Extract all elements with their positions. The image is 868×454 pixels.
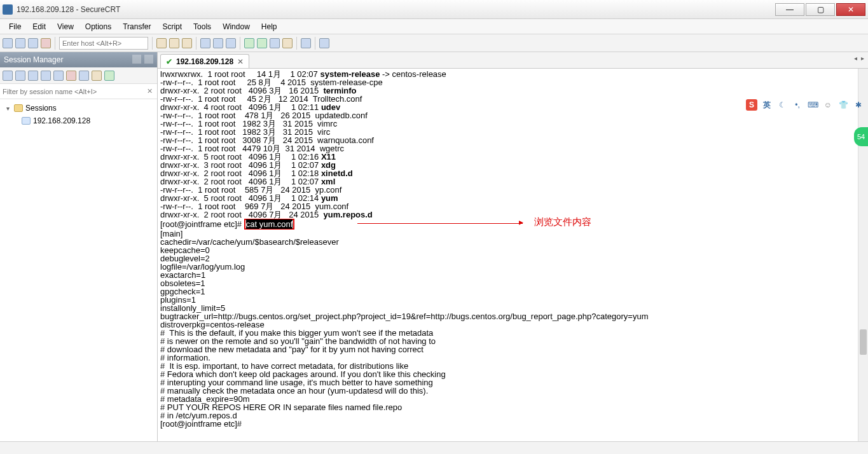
menu-edit[interactable]: Edit (27, 21, 51, 32)
minimize-button[interactable]: — (775, 3, 804, 16)
tree-session-item[interactable]: 192.168.209.128 (4, 114, 153, 127)
statusbar (0, 441, 868, 454)
toolbar-separator (315, 37, 315, 50)
props-session-icon[interactable] (79, 71, 89, 81)
ime-moon-icon[interactable]: ☾ (776, 99, 788, 111)
toolbar-separator (196, 37, 196, 50)
reconnect-icon[interactable] (28, 38, 38, 48)
tree-root[interactable]: ▾ Sessions (4, 102, 153, 114)
tab-label: 192.168.209.128 (176, 57, 233, 66)
toolbar-separator (240, 37, 240, 50)
new-session-icon[interactable] (3, 71, 13, 81)
print-icon[interactable] (200, 38, 210, 48)
menu-file[interactable]: File (4, 21, 26, 32)
menubar: File Edit View Options Transfer Script T… (0, 19, 868, 34)
delete-session-icon[interactable] (66, 71, 76, 81)
ime-lang-label[interactable]: 英 (761, 99, 773, 111)
cascade-icon[interactable] (257, 38, 267, 48)
toolbar-separator (55, 37, 55, 50)
menu-transfer[interactable]: Transfer (118, 21, 156, 32)
host-input[interactable] (59, 37, 148, 50)
main-toolbar (0, 34, 868, 52)
ime-settings-icon[interactable]: ✱ (853, 99, 864, 111)
session-filter-input[interactable] (3, 88, 144, 95)
ime-keyboard-icon[interactable]: ⌨ (807, 99, 818, 111)
connect-icon[interactable] (3, 38, 13, 48)
wand-icon[interactable] (270, 38, 280, 48)
session-tree: ▾ Sessions 192.168.209.128 (0, 99, 157, 130)
disconnect-icon[interactable] (41, 38, 51, 48)
paste-icon[interactable] (169, 38, 179, 48)
key-icon[interactable] (282, 38, 293, 48)
ime-toolbar: S 英 ☾ •, ⌨ ☺ 👕 ✱ (746, 99, 864, 111)
tabbar: ✔ 192.168.209.128 ✕ ◂ ▸ (158, 52, 868, 69)
paste-session-icon[interactable] (53, 71, 64, 81)
menu-options[interactable]: Options (80, 21, 116, 32)
refresh-icon[interactable] (104, 71, 114, 81)
tab-session[interactable]: ✔ 192.168.209.128 ✕ (160, 54, 249, 68)
menu-script[interactable]: Script (157, 21, 187, 32)
session-filter-row: ✕ (0, 84, 157, 99)
clear-filter-icon[interactable]: ✕ (144, 87, 155, 95)
find-icon[interactable] (182, 38, 192, 48)
session-manager-panel: Session Manager ✕ ▾ Sessions (0, 52, 158, 441)
tree-session-label: 192.168.209.128 (33, 116, 90, 125)
tab-prev-icon[interactable]: ◂ (854, 55, 857, 62)
log-icon[interactable] (226, 38, 236, 48)
props-icon[interactable] (213, 38, 223, 48)
menu-view[interactable]: View (52, 21, 79, 32)
ime-punct-icon[interactable]: •, (792, 99, 803, 111)
session-manager-toolbar (0, 67, 157, 84)
quick-connect-icon[interactable] (15, 38, 25, 48)
menu-tools[interactable]: Tools (188, 21, 216, 32)
import-icon[interactable] (92, 71, 102, 81)
connected-icon: ✔ (166, 57, 172, 66)
tab-close-icon[interactable]: ✕ (237, 57, 244, 66)
toolbar-separator (152, 37, 153, 50)
ime-skin-icon[interactable]: 👕 (837, 99, 849, 111)
sftp-icon[interactable] (319, 38, 329, 48)
terminal-scrollbar[interactable] (858, 69, 868, 441)
ime-user-icon[interactable]: ☺ (822, 99, 834, 111)
window-title: 192.168.209.128 - SecureCRT (17, 5, 774, 14)
new-folder-icon[interactable] (15, 71, 25, 81)
copy-session-icon[interactable] (41, 71, 51, 81)
expand-icon[interactable]: ▾ (4, 105, 11, 112)
panel-close-icon[interactable] (144, 55, 153, 64)
copy-icon[interactable] (156, 38, 167, 48)
app-icon (3, 4, 13, 15)
close-button[interactable]: ✕ (836, 3, 865, 16)
tab-next-icon[interactable]: ▸ (861, 55, 864, 62)
toolbar-separator (296, 37, 297, 50)
session-manager-header: Session Manager (0, 52, 157, 67)
folder-icon (14, 104, 23, 112)
terminal[interactable]: lrwxrwxrwx. 1 root root 14 1月 1 02:07 sy… (158, 69, 868, 441)
window-titlebar: 192.168.209.128 - SecureCRT — ▢ ✕ (0, 0, 868, 19)
maximize-button[interactable]: ▢ (806, 3, 835, 16)
edit-icon[interactable] (28, 71, 38, 81)
help-icon[interactable] (301, 38, 311, 48)
tree-root-label: Sessions (25, 104, 57, 113)
menu-window[interactable]: Window (217, 21, 255, 32)
side-badge[interactable]: 54 (854, 127, 868, 146)
tile-icon[interactable] (244, 38, 254, 48)
panel-pin-icon[interactable] (132, 55, 141, 64)
session-manager-title: Session Manager (4, 55, 63, 64)
sogou-icon[interactable]: S (746, 99, 757, 111)
host-icon (22, 117, 31, 125)
scrollbar-thumb[interactable] (860, 329, 867, 355)
menu-help[interactable]: Help (256, 21, 282, 32)
